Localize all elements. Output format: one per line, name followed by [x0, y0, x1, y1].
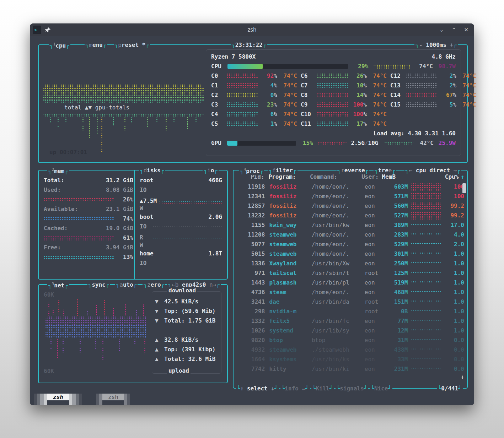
scroll-down-icon[interactable]: ↓	[461, 373, 464, 380]
process-row[interactable]: 11208 steamweb /home/eon/. eon 283M 4.0	[234, 230, 467, 239]
net-sync-toggle[interactable]: ┐sync┌	[87, 281, 110, 289]
gpu-watts: 25.9W	[434, 140, 456, 146]
process-command: /home/eon/.	[312, 241, 365, 248]
process-row[interactable]: 1336 Xwayland /usr/bin/Xw eon 250M 1.0	[234, 259, 467, 268]
rate-increase-button[interactable]: +	[450, 42, 454, 48]
gpu-vram: 2.5G/10G	[351, 140, 378, 146]
process-row[interactable]: 5015 steamweb /home/eon/. eon 301M 1.0	[234, 249, 467, 259]
upload-icon: ▲	[155, 356, 164, 362]
mem-box-title[interactable]: ┐2mem┌	[47, 166, 69, 175]
process-mem: 468M	[386, 289, 408, 296]
signals-button[interactable]: └signals┘	[336, 385, 369, 393]
reverse-button[interactable]: ┐reverse┌	[337, 167, 370, 174]
process-row[interactable]: 9820 btop btop eon 31M 0.0	[234, 335, 467, 345]
process-row[interactable]: 298 nvidia-m root 0B 1.0	[234, 307, 467, 316]
process-pid: 5015	[237, 250, 265, 257]
process-row[interactable]: 971 tailscal /usr/sbin/t root 125M 1.0	[234, 268, 467, 278]
process-row[interactable]: 11918 fossiliz /home/eon/. eon 603M 100	[234, 182, 467, 191]
sort-prev-button[interactable]: ←	[409, 167, 412, 174]
process-cpu-graph	[411, 193, 441, 200]
mem-available-pct: 74%	[118, 215, 133, 222]
tab-zsh-inactive[interactable]: zsh	[102, 394, 124, 405]
info-button[interactable]: └info ↵┘	[280, 385, 310, 393]
process-row[interactable]: 3241 dae /usr/bin/da root 151M 1.0	[234, 297, 467, 307]
cpu-usage-bar-fill	[227, 64, 262, 69]
process-cpu-graph	[411, 212, 441, 220]
core-row: C7 10% 74°C	[301, 81, 387, 90]
process-cpu-pct: 1.0	[444, 298, 464, 305]
net-zero-toggle[interactable]: ┐zero┌	[143, 281, 165, 289]
core-usage-pct: 5%	[439, 101, 456, 108]
process-row[interactable]: 4736 steam /home/eon/. eon 468M 1.0	[234, 287, 467, 297]
process-row[interactable]: 4932 steamweb ./steamwebh eon 438M 0.0	[234, 345, 467, 355]
process-row[interactable]: 7742 kitty /usr/bin/ki eon 231M 0.0	[234, 364, 467, 374]
process-row[interactable]: 5077 steamweb /home/eon/. eon 529M 2.0	[234, 239, 467, 249]
select-control[interactable]: └↑ select ↓┘	[236, 385, 279, 393]
core-temp: 74°C	[277, 101, 297, 108]
close-button[interactable]: ✕	[464, 27, 468, 33]
cpu-graph-mode-label[interactable]: total ▲▼ gpu-totals	[64, 104, 129, 111]
cpu-box-title[interactable]: ┐1cpu┌	[49, 40, 70, 50]
disks-io-mode[interactable]: ┐io┌	[203, 167, 219, 174]
tree-button[interactable]: ┐tree┌	[374, 167, 396, 174]
process-row[interactable]: 12857 fossiliz /home/eon/. eon 560M 99.2	[234, 201, 467, 211]
process-cpu-pct: 1.0	[444, 318, 464, 324]
disks-title[interactable]: ┐disks┌	[139, 167, 165, 174]
net-box-title[interactable]: ┐3net┌	[47, 280, 69, 290]
iface-next-button[interactable]: n→	[209, 281, 216, 288]
mem-free-pct: 13%	[118, 254, 133, 260]
core-id: C15	[390, 101, 406, 108]
process-cpu-pct: 1.0	[444, 289, 464, 296]
process-program: fossiliz	[265, 202, 312, 209]
upload-title: upload	[167, 367, 191, 374]
process-row[interactable]: 1664 ksystems /usr/bin/ks eon 33M 0.0	[234, 355, 467, 364]
process-cpu-graph	[411, 329, 441, 331]
gpu-temp-graph	[384, 141, 414, 145]
nice-button[interactable]: └Nice┘	[370, 385, 392, 393]
gpu-temp: 42°C	[413, 140, 434, 146]
process-row[interactable]: 13232 fossiliz /home/eon/. eon 527M 99.2	[234, 211, 467, 220]
sort-next-button[interactable]: →	[454, 167, 457, 174]
kill-button[interactable]: └Kill┘	[311, 385, 334, 393]
process-row[interactable]: 1332 fcitx5 /usr/bin/fc eon 77M 1.0	[234, 316, 467, 326]
process-row[interactable]: 1155 kwin_way /usr/bin/kw eon 389M 17.0	[234, 220, 467, 230]
process-cpu-pct: 0.0	[444, 346, 464, 353]
process-cpu-graph	[411, 243, 441, 245]
mem-free-graph	[44, 256, 114, 259]
proc-scrollbar[interactable]	[462, 183, 466, 193]
preset-button[interactable]: ┐preset *┌	[114, 41, 150, 49]
mem-total-label: Total:	[44, 177, 89, 184]
process-program: steamweb	[265, 231, 312, 238]
process-user: eon	[365, 366, 386, 372]
rate-decrease-button[interactable]: -	[419, 42, 423, 48]
process-command: /home/eon/.	[312, 231, 365, 238]
filter-button[interactable]: ┐filter┌	[268, 167, 297, 174]
upload-top: Top: (391 Kibp)	[164, 346, 216, 353]
disk-name: boot	[140, 213, 154, 220]
process-cpu-pct: 100	[444, 183, 464, 190]
process-row[interactable]: 1026 systemd /usr/lib/sy eon 12M 1.0	[234, 326, 467, 335]
proc-box-title[interactable]: ┐4proc┌	[239, 166, 264, 175]
titlebar[interactable]: >_ zsh ⌄ ⌃ ✕	[30, 23, 474, 36]
process-user: eon	[365, 222, 386, 228]
cpu-watts: 98.7W	[433, 63, 456, 70]
process-command: /usr/bin/pl	[312, 279, 365, 286]
disk-io-graph	[152, 262, 222, 264]
tab-zsh-active[interactable]: zsh	[47, 394, 69, 405]
net-auto-toggle[interactable]: ┐auto┌	[115, 281, 138, 289]
menu-button[interactable]: ┐menu┌	[85, 41, 107, 49]
core-usage-graph	[406, 102, 437, 107]
process-cpu-graph	[411, 281, 441, 283]
process-command: /usr/bin/kw	[312, 222, 365, 228]
window-title: zsh	[30, 27, 474, 33]
process-row[interactable]: 1443 plasmash /usr/bin/pl eon 519M 1.0	[234, 278, 467, 287]
gpu-usage-bar	[227, 141, 296, 146]
minimize-button[interactable]: ⌄	[439, 27, 444, 33]
pin-icon[interactable]	[45, 27, 51, 33]
mem-cached-value: 19.0 GiB	[89, 225, 133, 232]
cpu-temp-graph	[373, 64, 411, 69]
maximize-button[interactable]: ⌃	[452, 27, 456, 33]
process-row[interactable]: 12341 fossiliz /home/eon/. eon 571M 100	[234, 191, 467, 201]
process-user: eon	[365, 193, 386, 200]
process-pid: 1336	[237, 260, 265, 267]
